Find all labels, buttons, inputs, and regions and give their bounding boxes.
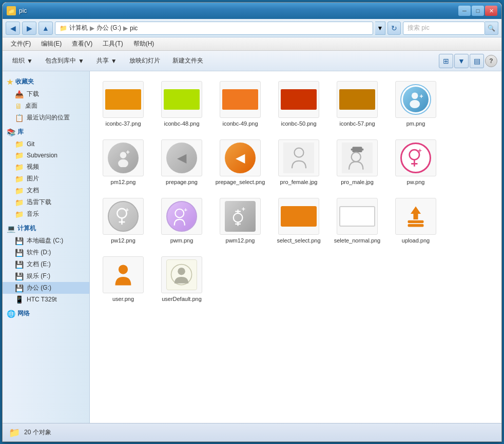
- sidebar-network-label: 网络: [17, 309, 30, 318]
- sidebar-item-pictures[interactable]: 📁 图片: [3, 173, 89, 185]
- address-dropdown[interactable]: ▼: [375, 22, 385, 35]
- view-pane-btn[interactable]: ▤: [470, 54, 484, 68]
- file-item-iconbc49[interactable]: iconbc-49.png: [212, 76, 268, 133]
- file-thumb-prepage-select: ◀: [220, 139, 261, 176]
- file-item-pwm12[interactable]: + pwm12.png: [212, 193, 268, 250]
- close-button[interactable]: ✕: [485, 6, 497, 16]
- thumbnail-prepage: ◀: [166, 143, 197, 173]
- svg-text:+: +: [125, 206, 129, 213]
- svg-point-3: [120, 152, 127, 158]
- file-item-pm12[interactable]: + pm12.png: [95, 135, 151, 191]
- search-button[interactable]: 🔍: [485, 22, 498, 35]
- menu-file[interactable]: 文件(F): [7, 38, 35, 49]
- main-area: ★ 收藏夹 📥 下载 🖥 桌面 📋 最近访问的位置: [3, 71, 501, 423]
- sidebar-item-thunder[interactable]: 📁 迅雷下载: [3, 196, 89, 208]
- sidebar-item-desktop[interactable]: 🖥 桌面: [3, 100, 89, 112]
- address-sep1: ▶: [90, 25, 94, 32]
- menu-help[interactable]: 帮助(H): [129, 38, 159, 49]
- file-item-prepage-select[interactable]: ◀ prepage_select.png: [212, 135, 268, 191]
- library-icon: 📚: [7, 128, 15, 136]
- toolbar-newfolder[interactable]: 新建文件夹: [167, 53, 209, 69]
- window-title: pic: [19, 7, 458, 14]
- file-item-pw12[interactable]: + pw12.png: [95, 193, 151, 250]
- svg-point-29: [119, 265, 128, 274]
- file-thumb-pw: +: [395, 139, 436, 176]
- file-item-pwm[interactable]: + pwm.png: [153, 193, 210, 250]
- sidebar-section-library: 📚 库 📁 Git 📁 Subversion 📁 视频 📁 图片: [3, 126, 89, 220]
- sidebar-item-video[interactable]: 📁 视频: [3, 161, 89, 173]
- sidebar-item-drive-c[interactable]: 💾 本地磁盘 (C:): [3, 235, 89, 247]
- sidebar-item-drive-f[interactable]: 💾 娱乐 (F:): [3, 270, 89, 282]
- sidebar-item-docs[interactable]: 📁 文档: [3, 185, 89, 196]
- thumbnail-select-select: [281, 206, 317, 227]
- file-item-iconbc50[interactable]: iconbc-50.png: [270, 76, 327, 133]
- sidebar-item-music-label: 音乐: [27, 210, 39, 218]
- svg-point-31: [178, 268, 185, 275]
- file-item-userdefault[interactable]: userDefault.png: [153, 252, 210, 308]
- sidebar-item-drive-e[interactable]: 💾 文档 (E:): [3, 258, 89, 270]
- file-item-upload[interactable]: upload.png: [387, 193, 444, 250]
- search-field[interactable]: 搜索 pic: [403, 22, 485, 35]
- file-item-iconbc48[interactable]: iconbc-48.png: [153, 76, 210, 133]
- sidebar-item-thunder-label: 迅雷下载: [27, 198, 51, 207]
- file-item-iconbc57[interactable]: iconbc-57.png: [329, 76, 385, 133]
- sidebar-item-drive-g[interactable]: 💾 办公 (G:): [3, 282, 89, 294]
- help-button[interactable]: ?: [485, 55, 497, 67]
- toolbar-include[interactable]: 包含到库中 ▼: [40, 53, 90, 69]
- menu-edit[interactable]: 编辑(E): [37, 38, 66, 49]
- file-item-pro-female[interactable]: pro_female.jpg: [270, 135, 327, 191]
- window: 📁 pic ─ □ ✕ ◀ ▶ ▲ 📁 计算机 ▶ 办公 (G:) ▶ pic …: [2, 2, 502, 442]
- file-item-prepage[interactable]: ◀ prepage.png: [153, 135, 210, 191]
- sidebar-item-recent[interactable]: 📋 最近访问的位置: [3, 112, 89, 124]
- file-item-selete-normal[interactable]: selete_normal.png: [329, 193, 385, 250]
- menu-tools[interactable]: 工具(T): [99, 38, 127, 49]
- folder-icon: 📁: [15, 163, 24, 171]
- file-item-pm[interactable]: + pm.png: [387, 76, 444, 133]
- sidebar-item-drive-d[interactable]: 💾 软件 (D:): [3, 247, 89, 258]
- up-button[interactable]: ▲: [38, 22, 53, 35]
- toolbar-organize[interactable]: 组织 ▼: [7, 53, 38, 69]
- sidebar-item-download-label: 下载: [27, 90, 39, 98]
- back-button[interactable]: ◀: [6, 22, 20, 35]
- svg-point-20: [234, 213, 243, 223]
- slideshow-label: 放映幻灯片: [129, 56, 160, 65]
- file-name-iconbc50: iconbc-50.png: [281, 120, 316, 127]
- include-arrow: ▼: [78, 57, 84, 65]
- view-icon-btn[interactable]: ⊞: [439, 54, 453, 68]
- view-dropdown-btn[interactable]: ▼: [454, 54, 469, 68]
- address-field[interactable]: 📁 计算机 ▶ 办公 (G:) ▶ pic: [55, 22, 373, 35]
- address-icon: 📁: [60, 25, 67, 32]
- file-name-pro-female: pro_female.jpg: [280, 178, 318, 186]
- drive-icon: 💾: [15, 272, 24, 280]
- sidebar-computer-header: 💻 计算机: [3, 222, 89, 235]
- toolbar-share[interactable]: 共享 ▼: [91, 53, 123, 69]
- maximize-button[interactable]: □: [472, 6, 484, 16]
- sidebar-computer-label: 计算机: [17, 224, 36, 233]
- sidebar-item-htc-label: HTC T329t: [27, 296, 56, 303]
- file-item-user[interactable]: user.png: [95, 252, 151, 308]
- sidebar-item-htc[interactable]: 📱 HTC T329t: [3, 294, 89, 305]
- menu-view[interactable]: 查看(V): [68, 38, 96, 49]
- organize-arrow: ▼: [27, 57, 33, 65]
- sidebar-item-subversion[interactable]: 📁 Subversion: [3, 150, 89, 161]
- svg-point-1: [410, 100, 420, 108]
- sidebar-item-drive-d-label: 软件 (D:): [27, 248, 51, 257]
- refresh-button[interactable]: ↻: [387, 22, 401, 35]
- sidebar-item-drive-g-label: 办公 (G:): [27, 284, 51, 292]
- sidebar-item-drive-e-label: 文档 (E:): [27, 260, 51, 269]
- sidebar-item-music[interactable]: 📁 音乐: [3, 208, 89, 220]
- sidebar-item-git[interactable]: 📁 Git: [3, 138, 89, 150]
- toolbar-slideshow[interactable]: 放映幻灯片: [124, 53, 166, 69]
- statusbar-icon: 📁: [9, 427, 20, 438]
- sidebar-network-header: 🌐 网络: [3, 307, 89, 320]
- file-item-pro-male[interactable]: pro_male.jpg: [329, 135, 385, 191]
- sidebar-section-favorites: ★ 收藏夹 📥 下载 🖥 桌面 📋 最近访问的位置: [3, 75, 89, 124]
- file-name-selete-normal: selete_normal.png: [334, 237, 381, 244]
- file-item-select-select[interactable]: select_select.png: [270, 193, 327, 250]
- minimize-button[interactable]: ─: [458, 6, 471, 16]
- forward-button[interactable]: ▶: [22, 22, 36, 35]
- file-item-iconbc37[interactable]: iconbc-37.png: [95, 76, 151, 133]
- star-icon: ★: [7, 78, 13, 86]
- sidebar-item-download[interactable]: 📥 下载: [3, 88, 89, 100]
- file-item-pw[interactable]: + pw.png: [387, 135, 444, 191]
